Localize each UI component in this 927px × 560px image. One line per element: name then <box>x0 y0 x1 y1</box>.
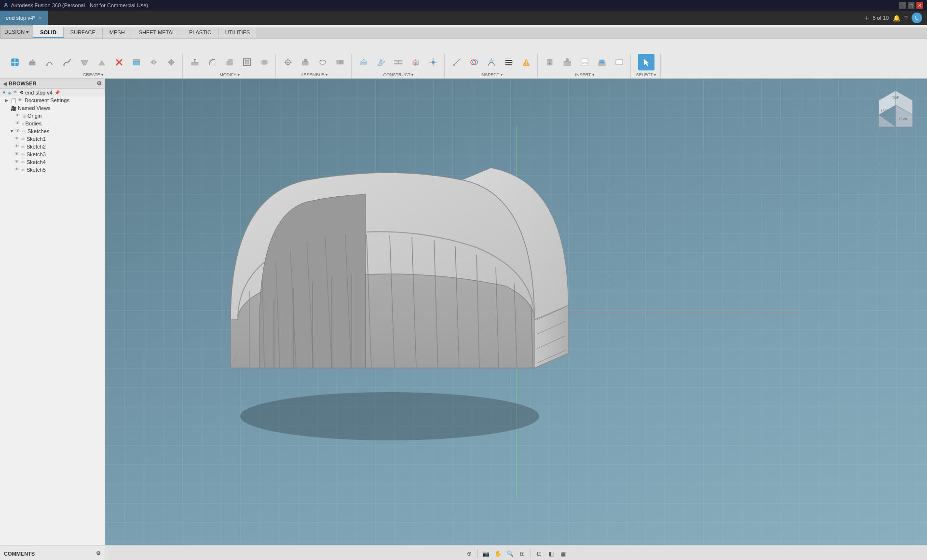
s5-eye-icon[interactable]: 👁 <box>14 167 20 173</box>
delete-button[interactable] <box>111 54 127 70</box>
extrude-button[interactable] <box>24 54 41 70</box>
tab-mesh[interactable]: MESH <box>103 27 132 38</box>
axis-cylinder-button[interactable] <box>408 54 424 70</box>
s2-eye-icon[interactable]: 👁 <box>14 144 20 150</box>
comments-panel: COMMENTS ⚙ <box>0 546 105 560</box>
add-tab-button[interactable]: + <box>865 14 869 22</box>
zebra-button[interactable] <box>501 54 517 70</box>
revolve-button[interactable] <box>41 54 58 70</box>
tree-bodies[interactable]: ▶ 👁 ▪ Bodies <box>0 120 105 127</box>
tab-solid[interactable]: SOLID <box>33 27 64 38</box>
mirror-button[interactable] <box>146 54 162 70</box>
tab-utilities[interactable]: UTILITIES <box>218 27 257 38</box>
draft-analysis-button[interactable] <box>518 54 534 70</box>
measure-button[interactable] <box>449 54 465 70</box>
root-eye-icon[interactable]: 👁 <box>13 90 19 96</box>
bodies-icon: ▪ <box>22 121 24 126</box>
viewport-zoom-button[interactable]: 🔍 <box>505 548 516 559</box>
insert-canvas-button[interactable] <box>611 54 627 70</box>
point-vertex-button[interactable] <box>425 54 441 70</box>
offset-plane-button[interactable] <box>355 54 372 70</box>
browser-settings-icon[interactable]: ⚙ <box>96 80 102 87</box>
separator2 <box>531 549 531 558</box>
root-settings-icon[interactable]: ⚙ <box>20 90 24 95</box>
insert-mcmaster-button[interactable] <box>559 54 575 70</box>
origin-label: Origin <box>27 113 41 119</box>
viewport-display-button[interactable]: ◧ <box>546 548 557 559</box>
browser-collapse-icon[interactable]: ◀ <box>3 81 7 86</box>
s3-eye-icon[interactable]: 👁 <box>14 151 20 157</box>
enable-contact-button[interactable] <box>332 54 348 70</box>
svg-rect-35 <box>340 60 343 64</box>
viewcube[interactable]: TOP FRONT LEFT ↑ <box>874 88 913 127</box>
maximize-button[interactable]: □ <box>908 2 914 9</box>
tab-plastic[interactable]: PLASTIC <box>182 27 218 38</box>
rib-button[interactable] <box>94 54 110 70</box>
svg-point-67 <box>526 64 527 65</box>
decal-button[interactable] <box>594 54 610 70</box>
tree-named-views[interactable]: ▶ 🎥 Named Views <box>0 104 105 112</box>
help-icon[interactable]: ? <box>904 14 908 22</box>
tree-sketches[interactable]: ▼ 👁 ✏ Sketches <box>0 127 105 135</box>
tree-root[interactable]: ▼ ◈ 👁 ⚙ end stop v4 📌 <box>0 89 105 96</box>
move-button[interactable] <box>163 54 179 70</box>
active-tab[interactable]: end stop v4* ✕ <box>0 11 48 25</box>
s4-eye-icon[interactable]: 👁 <box>14 159 20 165</box>
s1-icon: ✏ <box>21 137 25 142</box>
viewport-camera-button[interactable]: 📷 <box>481 548 491 559</box>
combine-button[interactable] <box>256 54 273 70</box>
curvature-button[interactable] <box>483 54 500 70</box>
sketches-arrow: ▼ <box>10 129 15 134</box>
as-built-joint-button[interactable] <box>297 54 314 70</box>
interference-button[interactable] <box>466 54 482 70</box>
minimize-button[interactable]: — <box>899 2 906 9</box>
viewport-grid-button[interactable]: ⊡ <box>534 548 545 559</box>
tab-close-icon[interactable]: ✕ <box>38 15 42 21</box>
viewport-fit-button[interactable]: ⊞ <box>517 548 528 559</box>
doc-eye-icon[interactable]: 👁 <box>18 97 24 103</box>
shell-button[interactable] <box>239 54 255 70</box>
midplane-button[interactable] <box>390 54 407 70</box>
s1-eye-icon[interactable]: 👁 <box>14 136 20 142</box>
close-button[interactable]: ✕ <box>916 2 923 9</box>
fillet-button[interactable] <box>204 54 220 70</box>
notification-icon[interactable]: 🔔 <box>893 14 900 22</box>
viewport[interactable]: TOP FRONT LEFT ↑ <box>105 79 927 545</box>
tree-sketch4[interactable]: 👁 ✏ Sketch4 <box>0 158 105 166</box>
insert-derive-button[interactable] <box>542 54 558 70</box>
comments-settings-icon[interactable]: ⚙ <box>96 550 101 557</box>
viewport-home-button[interactable]: ⊕ <box>464 548 475 559</box>
tab-sheet-metal[interactable]: SHEET METAL <box>132 27 182 38</box>
sweep-button[interactable] <box>59 54 75 70</box>
chamfer-button[interactable] <box>221 54 238 70</box>
tree-sketch5[interactable]: 👁 ✏ Sketch5 <box>0 166 105 174</box>
root-pin-icon[interactable]: 📌 <box>55 90 60 95</box>
design-dropdown[interactable]: DESIGN ▾ <box>0 25 33 39</box>
tree-origin[interactable]: ▶ 👁 ⊕ Origin <box>0 112 105 120</box>
select-button[interactable] <box>638 54 654 70</box>
joint-button[interactable] <box>280 54 296 70</box>
svg-marker-4 <box>29 59 35 62</box>
svg-rect-3 <box>29 62 35 65</box>
tab-surface[interactable]: SURFACE <box>64 27 103 38</box>
boundary-fill-button[interactable] <box>128 54 145 70</box>
viewport-pan-button[interactable]: ✋ <box>493 548 504 559</box>
press-pull-button[interactable] <box>187 54 203 70</box>
viewport-visual-style-button[interactable]: ▦ <box>558 548 569 559</box>
motion-link-button[interactable] <box>314 54 331 70</box>
tree-sketch3[interactable]: 👁 ✏ Sketch3 <box>0 150 105 158</box>
tree-sketch1[interactable]: 👁 ✏ Sketch1 <box>0 135 105 143</box>
insert-svg-button[interactable]: SVG <box>576 54 593 70</box>
ribbon-group-assemble: ASSEMBLE ▾ <box>277 54 352 78</box>
tree-sketch2[interactable]: 👁 ✏ Sketch2 <box>0 143 105 150</box>
user-avatar[interactable]: U <box>912 13 922 23</box>
sketches-eye-icon[interactable]: 👁 <box>15 128 21 134</box>
statusbar: COMMENTS ⚙ ⊕ 📷 ✋ 🔍 ⊞ ⊡ ◧ ▦ <box>0 545 927 560</box>
tree-document-settings[interactable]: ▶ 📋 👁 Document Settings <box>0 96 105 104</box>
bodies-eye-icon[interactable]: 👁 <box>15 121 21 126</box>
new-component-button[interactable] <box>7 54 23 70</box>
loft-button[interactable] <box>76 54 93 70</box>
origin-eye-icon[interactable]: 👁 <box>15 113 21 119</box>
doc-settings-label: Document Settings <box>25 97 69 103</box>
plane-at-angle-button[interactable] <box>373 54 389 70</box>
